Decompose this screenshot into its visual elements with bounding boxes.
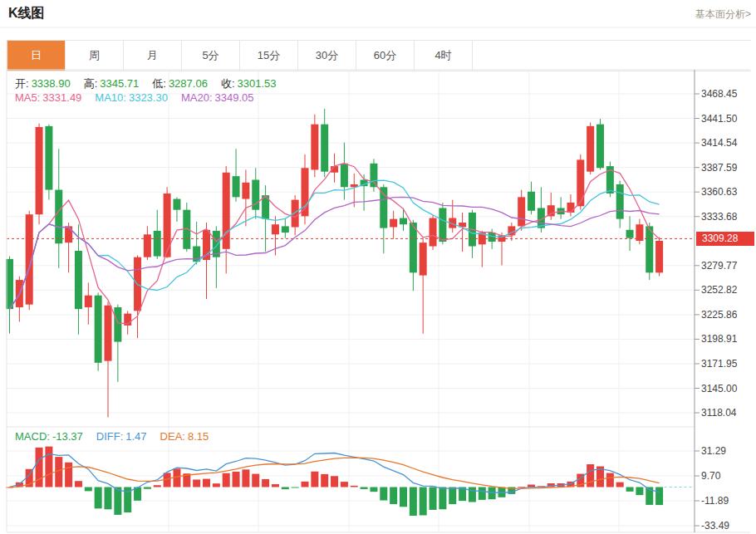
info-label: 低:: [152, 77, 166, 90]
info-value: -13.37: [52, 430, 83, 443]
macd-axis-tick: 31.29: [701, 445, 754, 457]
info-label: MA5:: [15, 91, 40, 104]
price-axis-tick: 3387.59: [701, 162, 754, 174]
info-value: 3331.49: [42, 91, 81, 104]
price-axis-tick: 3171.95: [701, 358, 754, 370]
info-label: DIFF:: [96, 430, 124, 443]
macd-axis-tick: -11.89: [701, 495, 754, 507]
info-label: DEA:: [160, 430, 185, 443]
price-axis-tick: 3414.54: [701, 137, 754, 149]
info-label: 高:: [84, 77, 98, 90]
info-label: MA20:: [181, 91, 213, 104]
info-value: 1.47: [125, 430, 146, 443]
price-axis-tick: 3145.00: [701, 383, 754, 394]
price-axis-tick: 3441.50: [701, 113, 754, 125]
info-label: 开:: [15, 77, 29, 90]
info-value: 3301.53: [238, 77, 277, 90]
info-value: 8.15: [188, 430, 209, 443]
info-label: 收:: [221, 77, 235, 90]
info-value: 3338.90: [32, 77, 71, 90]
price-axis-tick: 3225.86: [701, 309, 754, 321]
price-axis-tick: 3198.91: [701, 333, 754, 345]
price-axis-tick: 3360.63: [701, 186, 754, 198]
price-axis-tick: 3252.82: [701, 284, 754, 296]
macd-axis-tick: 9.70: [701, 470, 754, 482]
current-price-flag: 3309.28: [696, 232, 754, 246]
info-label: MACD:: [15, 430, 50, 443]
info-value: 3345.71: [100, 77, 139, 90]
info-value: 3323.30: [129, 91, 168, 104]
macd-info-row: MACD:-13.37DIFF:1.47DEA:8.15: [15, 430, 222, 443]
info-value: 3349.05: [215, 91, 254, 104]
price-axis-tick: 3279.77: [701, 260, 754, 272]
price-axis-tick: 3118.04: [701, 407, 754, 419]
price-axis-tick: 3333.68: [701, 211, 754, 223]
ohlc-info-row: 开:3338.90高:3345.71低:3287.06收:3301.53: [15, 76, 290, 91]
macd-axis-tick: -33.49: [701, 520, 754, 532]
price-axis-tick: 3468.45: [701, 88, 754, 100]
info-value: 3287.06: [169, 77, 208, 90]
ma-info-row: MA5:3331.49MA10:3323.30MA20:3349.05: [15, 91, 268, 104]
kline-app: K线图 基本面分析> 日周月5分15分30分60分4时 开:3338.90高:3…: [0, 0, 756, 534]
info-label: MA10:: [95, 91, 126, 104]
